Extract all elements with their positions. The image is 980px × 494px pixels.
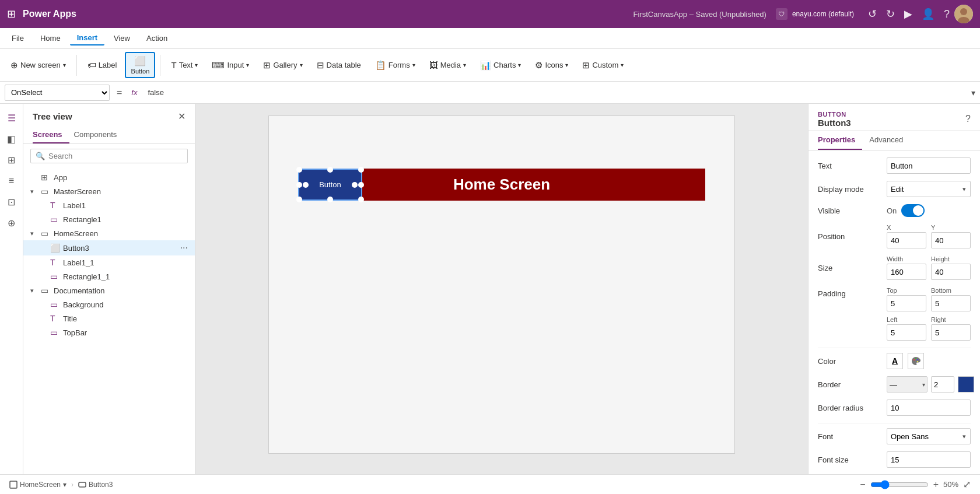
menu-action[interactable]: Action (139, 31, 174, 45)
menu-file[interactable]: File (5, 31, 31, 45)
prop-display-mode-select[interactable]: Edit (887, 181, 971, 197)
label-button[interactable]: 🏷 Label (82, 57, 123, 73)
tree-item-title[interactable]: T Title (23, 311, 195, 325)
prop-padding-right-input[interactable] (931, 324, 971, 341)
tree-item-rectangle1-1[interactable]: ▭ Rectangle1_1 (23, 269, 195, 283)
tree-item-documentation[interactable]: ▾ ▭ Documentation (23, 283, 195, 297)
menu-home[interactable]: Home (33, 31, 68, 45)
prop-padding-bottom-input[interactable] (931, 295, 971, 311)
prop-position-label: Position (818, 232, 882, 241)
tree-content: ⊞ App ▾ ▭ MasterScreen T Label1 ▭ Rectan… (23, 168, 195, 474)
props-help-icon[interactable]: ? (965, 114, 971, 124)
props-tab-properties[interactable]: Properties (818, 131, 862, 150)
rect1-1-icon: ▭ (50, 272, 61, 281)
tree-item-masterscreen[interactable]: ▾ ▭ MasterScreen (23, 184, 195, 198)
layers-icon[interactable]: ◧ (2, 129, 21, 148)
input-button[interactable]: ⌨ Input ▾ (206, 57, 255, 73)
prop-text-input[interactable] (887, 157, 971, 174)
menu-insert[interactable]: Insert (70, 31, 104, 45)
undo-button[interactable]: ↺ (868, 8, 877, 20)
tree-tab-components[interactable]: Components (74, 127, 124, 143)
canvas-button[interactable]: Button (298, 169, 362, 201)
prop-border-radius-value (887, 400, 971, 416)
custom-button[interactable]: ⊞ Custom ▾ (576, 57, 629, 73)
connections-icon[interactable]: ⊡ (2, 192, 21, 211)
variables-icon[interactable]: ≡ (2, 171, 21, 190)
formula-expand-chevron[interactable]: ▾ (971, 88, 975, 97)
status-component-name[interactable]: Button3 (78, 481, 113, 489)
media-button[interactable]: 🖼 Media ▾ (424, 57, 472, 73)
saved-status: FirstCanvasApp – Saved (Unpublished) (634, 10, 766, 19)
color-a-button[interactable]: A (887, 353, 903, 369)
gallery-button[interactable]: ⊞ Gallery ▾ (257, 57, 308, 73)
color-palette-button[interactable] (908, 353, 924, 369)
prop-height-input[interactable] (931, 264, 971, 280)
left-icons-bar: ☰ ◧ ⊞ ≡ ⊡ ⊕ (0, 104, 23, 474)
prop-position-y-input[interactable] (931, 232, 971, 248)
redo-button[interactable]: ↻ (886, 8, 895, 20)
charts-button[interactable]: 📊 Charts ▾ (474, 57, 527, 73)
formula-equals: = (114, 87, 124, 98)
icons-button[interactable]: ⚙ Icons ▾ (529, 57, 574, 73)
props-component-name: Button3 (818, 118, 971, 128)
tree-panel: Tree view ✕ Screens Components 🔍 ⊞ App ▾… (23, 104, 195, 474)
property-select[interactable]: OnSelect (5, 85, 110, 101)
new-screen-button[interactable]: ⊕ New screen ▾ (5, 57, 72, 73)
visible-toggle-switch[interactable] (901, 204, 925, 217)
tree-tab-screens[interactable]: Screens (33, 127, 69, 143)
tree-item-topbar[interactable]: ▭ TopBar (23, 325, 195, 339)
data-icon[interactable]: ⊞ (2, 150, 21, 169)
prop-font-size-input[interactable] (887, 451, 971, 468)
ribbon-separator-2 (160, 55, 160, 76)
input-icon: ⌨ (212, 60, 225, 71)
prop-border-radius-input[interactable] (887, 400, 971, 416)
gallery-icon: ⊞ (263, 60, 271, 71)
avatar[interactable] (954, 5, 973, 23)
prop-padding-top-input[interactable] (887, 295, 926, 311)
tree-item-rectangle1[interactable]: ▭ Rectangle1 (23, 212, 195, 226)
help-icon[interactable]: ? (944, 8, 950, 20)
border-color-swatch[interactable] (958, 376, 974, 393)
ribbon: ⊕ New screen ▾ 🏷 Label ⬜ Button T Text ▾… (0, 49, 980, 82)
account-icon[interactable]: 👤 (922, 8, 935, 20)
border-style-select[interactable]: — (887, 376, 928, 393)
canvas[interactable]: Button Home Screen (268, 115, 735, 454)
tree-item-background[interactable]: ▭ Background (23, 297, 195, 311)
play-button[interactable]: ▶ (904, 8, 912, 20)
props-type-label: BUTTON (818, 111, 971, 118)
text-button[interactable]: T Text ▾ (165, 57, 204, 73)
tree-item-button3[interactable]: ⬜ Button3 ··· (23, 240, 195, 255)
prop-width-input[interactable] (887, 264, 926, 280)
button-button[interactable]: ⬜ Button (125, 52, 155, 78)
handle-lm (296, 182, 302, 188)
prop-font-select[interactable]: Open Sans (887, 428, 971, 444)
tree-item-homescreen[interactable]: ▾ ▭ HomeScreen (23, 226, 195, 240)
props-tab-advanced[interactable]: Advanced (869, 131, 910, 150)
tree-item-label1-1[interactable]: T Label1_1 (23, 255, 195, 269)
search-input[interactable] (48, 152, 183, 160)
prop-size-xy: Width Height (887, 255, 971, 280)
status-screen-name[interactable]: HomeScreen ▾ (9, 481, 66, 489)
button3-more-button[interactable]: ··· (180, 243, 188, 253)
waffle-icon[interactable]: ⊞ (7, 8, 16, 20)
handle-tl (296, 167, 302, 173)
border-width-input[interactable] (931, 376, 954, 393)
zoom-plus-button[interactable]: + (933, 479, 939, 490)
tree-close-button[interactable]: ✕ (178, 111, 186, 122)
media-icon: 🖼 (429, 60, 438, 70)
data-table-button[interactable]: ⊟ Data table (311, 57, 367, 73)
tree-item-app[interactable]: ⊞ App (23, 170, 195, 184)
formula-input[interactable]: false (144, 85, 967, 101)
prop-divider-2 (818, 423, 971, 423)
tree-view-icon[interactable]: ☰ (2, 108, 21, 127)
tree-item-label1[interactable]: T Label1 (23, 198, 195, 212)
zoom-minus-button[interactable]: − (860, 479, 865, 490)
prop-position-xy: X Y (887, 224, 971, 248)
forms-button[interactable]: 📋 Forms ▾ (369, 57, 421, 73)
prop-position-x-input[interactable] (887, 232, 926, 248)
add-icon[interactable]: ⊕ (2, 213, 21, 232)
fullscreen-button[interactable]: ⤢ (963, 479, 971, 490)
zoom-slider[interactable] (870, 480, 929, 489)
prop-padding-left-input[interactable] (887, 324, 926, 341)
menu-view[interactable]: View (107, 31, 137, 45)
